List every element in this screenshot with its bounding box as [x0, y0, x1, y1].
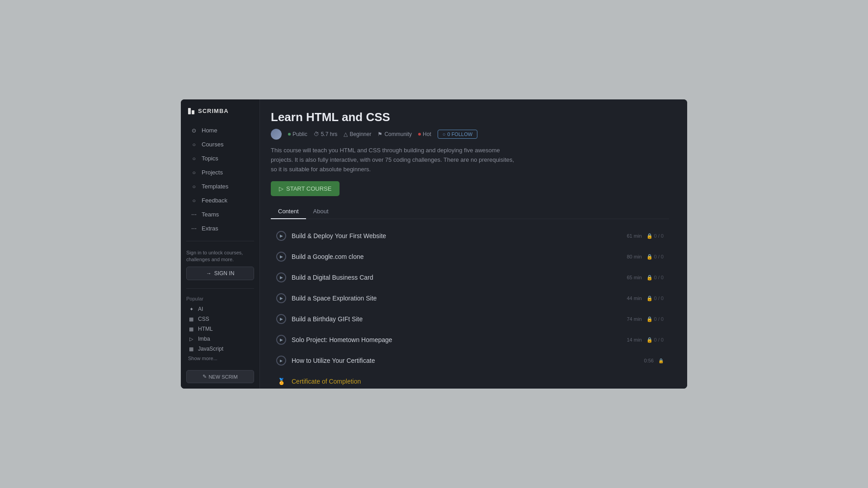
new-scrim-icon: ✎ — [203, 374, 207, 380]
main-content: Learn HTML and CSS Public ⏱ 5.7 hrs △ Be… — [260, 99, 687, 389]
popular-section: Popular ✦ AI ▦ CSS ▦ HTML ▷ Imba ▦ JavaS… — [181, 292, 259, 366]
visibility-label: Public — [292, 131, 307, 137]
teams-icon: ⋯ — [191, 211, 197, 218]
lock-icon: 🔒 — [658, 358, 664, 363]
signin-button[interactable]: → SIGN IN — [186, 267, 254, 280]
sidebar-item-label: Courses — [202, 141, 223, 148]
sidebar-item-templates[interactable]: ○ Templates — [184, 180, 257, 193]
sidebar-item-topics[interactable]: ○ Topics — [184, 152, 257, 165]
table-row[interactable]: ▶ Solo Project: Hometown Homepage 14 min… — [271, 330, 669, 349]
imba-icon: ▷ — [188, 336, 194, 342]
popular-item-ai[interactable]: ✦ AI — [186, 304, 254, 314]
sidebar-item-label: Teams — [202, 211, 219, 218]
sidebar-item-courses[interactable]: ○ Courses — [184, 138, 257, 151]
new-scrim-button[interactable]: ✎ NEW SCRIM — [186, 370, 254, 383]
signin-text: Sign in to unlock courses, challenges an… — [186, 249, 254, 263]
module-play-icon: ▶ — [276, 231, 286, 241]
sidebar-item-feedback[interactable]: ○ Feedback — [184, 194, 257, 207]
community-badge: ⚑ Community — [377, 131, 412, 137]
duration-badge: ⏱ 5.7 hrs — [314, 131, 338, 137]
sidebar-item-label: Home — [202, 127, 217, 134]
new-scrim-label: NEW SCRIM — [208, 374, 237, 380]
app-window: SCRIMBA ⊙ Home ○ Courses ○ Topics ○ Proj… — [181, 99, 687, 389]
module-play-icon: ▶ — [276, 252, 286, 262]
table-row[interactable]: ▶ Build a Space Exploration Site 44 min … — [271, 289, 669, 308]
popular-item-javascript[interactable]: ▦ JavaScript — [186, 344, 254, 354]
module-stats: 🔒 0 / 0 — [646, 337, 664, 343]
start-course-button[interactable]: ▷ START COURSE — [271, 181, 340, 196]
level-badge: △ Beginner — [344, 131, 371, 137]
module-time: 14 min — [627, 337, 642, 343]
courses-icon: ○ — [191, 141, 197, 148]
module-meta: 65 min 🔒 0 / 0 — [627, 275, 664, 281]
sidebar-nav: ⊙ Home ○ Courses ○ Topics ○ Projects ○ T… — [181, 122, 259, 237]
signin-section: Sign in to unlock courses, challenges an… — [181, 245, 259, 285]
popular-item-imba[interactable]: ▷ Imba — [186, 334, 254, 344]
module-meta: 0:56 🔒 — [644, 358, 664, 363]
follow-button[interactable]: ○ 0 FOLLOW — [438, 130, 477, 139]
module-play-icon: ▶ — [276, 314, 286, 324]
module-stats: 🔒 0 / 0 — [646, 275, 664, 281]
sidebar-item-projects[interactable]: ○ Projects — [184, 166, 257, 179]
templates-icon: ○ — [191, 183, 197, 190]
avatar — [271, 129, 282, 140]
popular-item-label: CSS — [198, 316, 209, 322]
module-time: 0:56 — [644, 358, 654, 363]
show-more-button[interactable]: Show more... — [186, 354, 254, 363]
duration-label: 5.7 hrs — [321, 131, 338, 137]
sidebar-item-home[interactable]: ⊙ Home — [184, 124, 257, 137]
duration-icon: ⏱ — [314, 131, 319, 137]
table-row[interactable]: ▶ Build & Deploy Your First Website 61 m… — [271, 226, 669, 245]
module-title: How to Utilize Your Certificate — [292, 357, 639, 364]
popular-item-label: JavaScript — [198, 346, 223, 352]
table-row[interactable]: ▶ Build a Google.com clone 80 min 🔒 0 / … — [271, 247, 669, 266]
module-stats: 🔒 0 / 0 — [646, 233, 664, 239]
home-icon: ⊙ — [191, 127, 197, 134]
course-description: This course will teach you HTML and CSS … — [271, 146, 515, 174]
module-time: 80 min — [627, 254, 642, 259]
feedback-icon: ○ — [191, 197, 197, 204]
html-icon: ▦ — [188, 326, 194, 332]
extras-icon: ⋯ — [191, 225, 197, 232]
table-row[interactable]: ▶ Build a Birthday GIFt Site 74 min 🔒 0 … — [271, 310, 669, 328]
signin-arrow-icon: → — [206, 270, 212, 277]
level-icon: △ — [344, 131, 348, 137]
module-stats: 🔒 0 / 0 — [646, 254, 664, 260]
sidebar-divider — [186, 241, 254, 241]
module-stats: 🔒 0 / 0 — [646, 316, 664, 322]
popular-item-label: AI — [198, 306, 203, 312]
sidebar-item-label: Projects — [202, 169, 223, 176]
visibility-dot — [288, 133, 291, 136]
sidebar-item-label: Templates — [202, 183, 228, 190]
sidebar-item-extras[interactable]: ⋯ Extras — [184, 222, 257, 235]
module-time: 74 min — [627, 316, 642, 322]
trending-badge: Hot — [418, 131, 431, 137]
tab-about[interactable]: About — [306, 204, 336, 219]
module-title: Build & Deploy Your First Website — [292, 232, 622, 239]
popular-item-label: Imba — [198, 336, 210, 342]
module-meta: 61 min 🔒 0 / 0 — [627, 233, 664, 239]
signin-label: SIGN IN — [214, 270, 235, 277]
css-icon: ▦ — [188, 316, 194, 322]
sidebar-item-teams[interactable]: ⋯ Teams — [184, 208, 257, 221]
table-row[interactable]: ▶ Build a Digital Business Card 65 min 🔒… — [271, 268, 669, 287]
certificate-title: Certificate of Completion — [292, 378, 361, 385]
module-meta: 80 min 🔒 0 / 0 — [627, 254, 664, 260]
certificate-icon: 🏅 — [276, 376, 286, 386]
start-icon: ▷ — [279, 185, 283, 192]
module-stats: 🔒 0 / 0 — [646, 296, 664, 301]
sidebar-item-label: Topics — [202, 155, 218, 162]
module-title: Build a Digital Business Card — [292, 274, 622, 281]
certificate-item[interactable]: 🏅 Certificate of Completion — [271, 372, 669, 389]
javascript-icon: ▦ — [188, 346, 194, 352]
module-play-icon: ▶ — [276, 293, 286, 303]
sidebar-item-label: Feedback — [202, 197, 227, 204]
popular-item-html[interactable]: ▦ HTML — [186, 324, 254, 334]
tab-content[interactable]: Content — [271, 204, 306, 219]
popular-item-css[interactable]: ▦ CSS — [186, 314, 254, 324]
topics-icon: ○ — [191, 155, 197, 162]
follow-label: 0 FOLLOW — [447, 131, 472, 137]
popular-title: Popular — [186, 296, 254, 301]
table-row[interactable]: ▶ How to Utilize Your Certificate 0:56 🔒 — [271, 351, 669, 370]
community-label: Community — [384, 131, 412, 137]
